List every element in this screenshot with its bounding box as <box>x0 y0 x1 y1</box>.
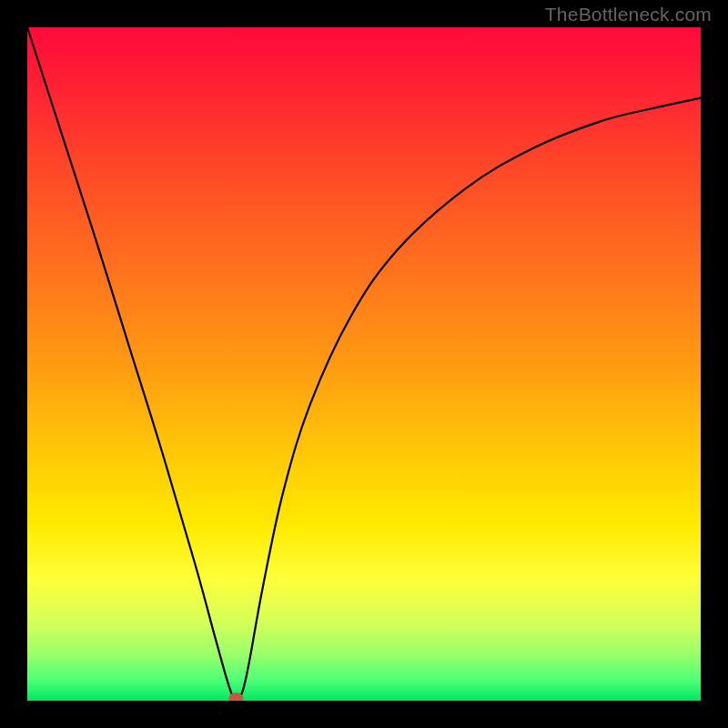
chart-frame: TheBottleneck.com <box>0 0 728 728</box>
chart-svg <box>27 27 701 701</box>
bottleneck-curve <box>27 27 701 701</box>
watermark-text: TheBottleneck.com <box>545 4 712 25</box>
plot-area <box>27 27 701 701</box>
